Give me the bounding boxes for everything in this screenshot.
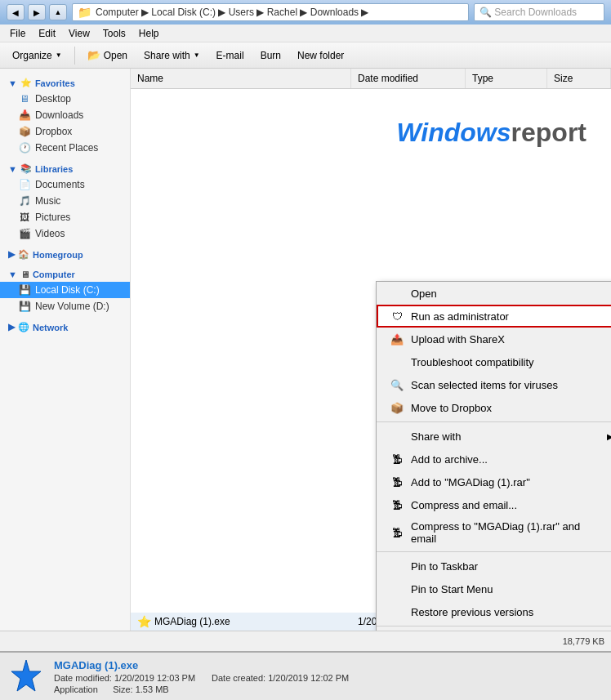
ctx-move-dropbox[interactable]: 📦 Move to Dropbox [377,396,611,419]
sidebar-item-pictures[interactable]: 🖼 Pictures [0,209,130,225]
ctx-open[interactable]: Open [377,282,611,305]
column-headers: Name Date modified Type Size [131,69,611,89]
ctx-pin-start[interactable]: Pin to Start Menu [377,577,611,600]
sidebar-computer-header[interactable]: ▼ 🖥 Computer [0,267,130,282]
col-header-type[interactable]: Type [466,69,547,88]
bottom-file-size: Size: 1.53 MB [113,684,168,694]
logo-report-text: report [511,118,586,147]
col-header-name[interactable]: Name [131,69,351,88]
forward-button[interactable]: ▶ [28,4,46,20]
bottom-date-created: Date created: 1/20/2019 12:02 PM [212,673,349,683]
file-icon: ⭐ [137,615,151,628]
menu-bar: File Edit View Tools Help [0,25,611,42]
sidebar-network: ▶ 🌐 Network [0,319,130,335]
svg-marker-0 [11,660,41,691]
desktop-icon: 🖥 [18,92,31,105]
ctx-upload-sharex[interactable]: 📤 Upload with ShareX [377,328,611,350]
bottom-file-details: MGADiag (1).exe Date modified: 1/20/2019… [54,659,603,694]
sidebar-computer: ▼ 🖥 Computer 💾 Local Disk (C:) 💾 New Vol… [0,267,130,314]
sidebar-item-new-volume-d[interactable]: 💾 New Volume (D:) [0,298,130,314]
bottom-date-modified: Date modified: 1/20/2019 12:03 PM [54,673,195,683]
title-bar: ◀ ▶ ▲ 📁 Computer ▶ Local Disk (C:) ▶ Use… [0,0,611,25]
ctx-troubleshoot[interactable]: Troubleshoot compatibility [377,350,611,373]
ctx-add-mgadiag-rar[interactable]: 🗜 Add to "MGADiag (1).rar" [377,470,611,493]
menu-edit[interactable]: Edit [32,26,62,41]
ctx-send-to[interactable]: Send to ▶ [377,629,611,631]
share-dropdown-arrow: ▼ [194,51,200,59]
bottom-file-name: MGADiag (1).exe [54,659,603,671]
ctx-run-as-admin[interactable]: 🛡 Run as administrator [377,305,611,328]
ctx-troubleshoot-icon [390,354,404,369]
ctx-rar-icon-2: 🗜 [390,475,404,489]
sidebar-item-downloads[interactable]: 📥 Downloads [0,107,130,123]
logo-windows-text: Windows [396,118,511,147]
ctx-rar-icon-1: 🗜 [390,452,404,466]
music-icon: 🎵 [18,194,31,207]
organize-button[interactable]: Organize ▼ [5,45,69,66]
status-size: 18,779 KB [563,636,604,646]
open-button[interactable]: 📂 Open [80,45,135,66]
favorites-collapse-icon: ▼ [8,78,17,88]
ctx-sep-3 [377,626,611,626]
libraries-collapse-icon: ▼ [8,164,17,174]
ctx-open-icon [390,286,404,301]
menu-tools[interactable]: Tools [96,26,132,41]
ctx-sharex-icon: 📤 [390,332,404,346]
burn-button[interactable]: Burn [253,45,288,66]
back-button[interactable]: ◀ [7,4,25,20]
sidebar-item-music[interactable]: 🎵 Music [0,193,130,209]
downloads-icon: 📥 [18,109,31,122]
sidebar-homegroup: ▶ 🏠 Homegroup [0,247,130,262]
bottom-info-bar: MGADiag (1).exe Date modified: 1/20/2019… [0,651,611,700]
sidebar-network-header[interactable]: ▶ 🌐 Network [0,319,130,335]
sidebar-item-recent-places[interactable]: 🕐 Recent Places [0,140,130,156]
sidebar-favorites-header[interactable]: ▼ ⭐ Favorites [0,75,130,91]
sidebar-libraries: ▼ 📚 Libraries 📄 Documents 🎵 Music 🖼 Pict… [0,161,130,242]
logo-area: Windowsreport [396,118,586,148]
organize-dropdown-arrow: ▼ [56,51,62,59]
sidebar-item-local-disk-c[interactable]: 💾 Local Disk (C:) [0,282,130,298]
ctx-scan-viruses[interactable]: 🔍 Scan selected items for viruses [377,373,611,396]
col-header-size[interactable]: Size [547,69,611,88]
sidebar-libraries-header[interactable]: ▼ 📚 Libraries [0,161,130,176]
sidebar-item-dropbox[interactable]: 📦 Dropbox [0,123,130,140]
ctx-compress-email[interactable]: 🗜 Compress and email... [377,493,611,516]
computer-collapse-icon: ▼ [8,270,17,279]
recent-places-icon: 🕐 [18,141,31,154]
sidebar-item-videos[interactable]: 🎬 Videos [0,225,130,242]
menu-view[interactable]: View [62,26,96,41]
email-button[interactable]: E-mail [209,45,252,66]
nav-buttons: ◀ ▶ ▲ [7,4,67,20]
bottom-file-icon [8,658,44,694]
col-header-date[interactable]: Date modified [351,69,466,88]
sidebar-item-documents[interactable]: 📄 Documents [0,176,130,193]
ctx-share-with[interactable]: Share with ▶ [377,425,611,448]
search-box[interactable]: 🔍 Search Downloads [474,3,604,21]
toolbar: Organize ▼ 📂 Open Share with ▼ E-mail Bu… [0,42,611,69]
ctx-pin-taskbar-icon [390,559,404,573]
ctx-scan-icon: 🔍 [390,377,404,392]
sidebar-homegroup-header[interactable]: ▶ 🏠 Homegroup [0,247,130,262]
ctx-restore-icon [390,604,404,619]
share-with-button[interactable]: Share with ▼ [136,45,207,66]
file-name-cell: ⭐ MGADiag (1).exe [131,615,351,628]
dropbox-icon: 📦 [18,125,31,138]
menu-file[interactable]: File [3,26,32,41]
sidebar-item-desktop[interactable]: 🖥 Desktop [0,91,130,107]
up-button[interactable]: ▲ [49,4,67,20]
new-folder-button[interactable]: New folder [290,45,351,66]
new-volume-d-icon: 💾 [18,300,31,313]
ctx-pin-taskbar[interactable]: Pin to Taskbar [377,555,611,577]
ctx-restore-versions[interactable]: Restore previous versions [377,600,611,623]
ctx-add-archive[interactable]: 🗜 Add to archive... [377,448,611,470]
menu-help[interactable]: Help [132,26,166,41]
content-area: Name Date modified Type Size Windowsrepo… [131,69,611,631]
ctx-share-arrow: ▶ [607,432,611,441]
ctx-compress-mgadiag-email[interactable]: 🗜 Compress to "MGADiag (1).rar" and emai… [377,516,611,549]
toolbar-divider-1 [74,47,75,65]
bottom-file-type: Application [54,684,98,694]
context-menu: Open 🛡 Run as administrator 📤 Upload wit… [376,281,611,631]
ctx-pin-start-icon [390,582,404,596]
address-bar[interactable]: 📁 Computer ▶ Local Disk (C:) ▶ Users ▶ R… [72,3,469,21]
local-disk-c-icon: 💾 [18,283,31,296]
